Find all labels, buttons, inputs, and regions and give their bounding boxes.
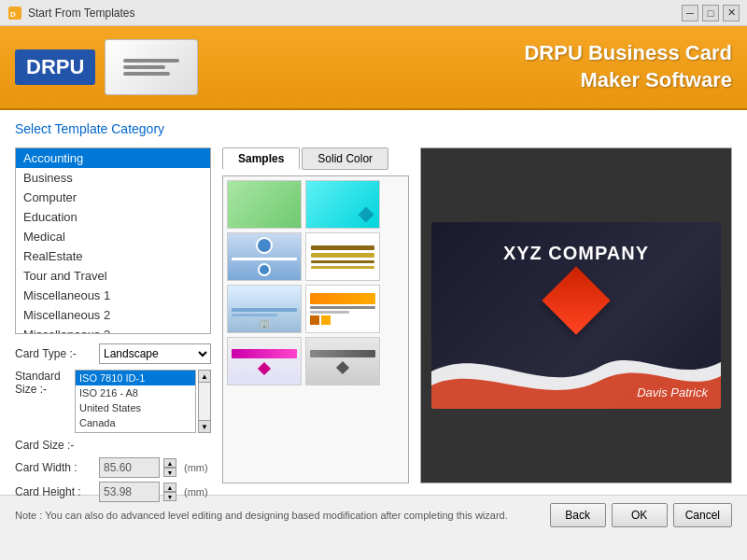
category-item-medical[interactable]: Medical bbox=[16, 227, 210, 246]
minimize-btn[interactable]: ─ bbox=[682, 5, 698, 21]
category-item-tour[interactable]: Tour and Travel bbox=[16, 266, 210, 286]
card-width-up[interactable]: ▲ bbox=[163, 458, 176, 468]
category-item-realestate[interactable]: RealEstate bbox=[16, 246, 210, 266]
category-item-accounting[interactable]: Accounting bbox=[16, 148, 210, 168]
logo-card-lines bbox=[123, 59, 179, 76]
std-item-iso216[interactable]: ISO 216 - A8 bbox=[76, 385, 195, 400]
card-height-down[interactable]: ▼ bbox=[163, 492, 176, 501]
category-item-business[interactable]: Business bbox=[16, 168, 210, 188]
category-item-misc3[interactable]: Miscellaneous 3 bbox=[16, 325, 210, 334]
std-item-canada[interactable]: Canada bbox=[76, 415, 195, 430]
title-bar: D Start From Templates ─ □ ✕ bbox=[0, 0, 747, 26]
category-list[interactable]: Accounting Business Computer Education M… bbox=[15, 147, 211, 334]
main-content: Select Template Category Accounting Busi… bbox=[0, 110, 747, 495]
preview-card: XYZ COMPANY Davis Patrick bbox=[431, 222, 721, 409]
std-scroll-down[interactable]: ▼ bbox=[198, 420, 211, 433]
card-size-label: Card Size :- bbox=[15, 439, 99, 452]
standard-size-label: Standard Size :- bbox=[15, 370, 75, 396]
section-title-highlight: Template Category bbox=[55, 121, 165, 136]
category-item-misc1[interactable]: Miscellaneous 1 bbox=[16, 286, 210, 305]
standard-size-scroll[interactable]: ▲ ▼ bbox=[198, 370, 211, 433]
tab-bar: Samples Solid Color bbox=[222, 147, 409, 170]
cancel-button[interactable]: Cancel bbox=[673, 503, 732, 527]
left-panel: Accounting Business Computer Education M… bbox=[15, 147, 211, 483]
standard-size-row: Standard Size :- ISO 7810 ID-1 ISO 216 -… bbox=[15, 370, 211, 433]
template-thumb-7[interactable] bbox=[227, 337, 302, 385]
card-width-unit: (mm) bbox=[184, 462, 208, 473]
template-row-2 bbox=[227, 232, 404, 281]
card-width-label: Card Width : bbox=[15, 461, 99, 474]
preview-panel: XYZ COMPANY Davis Patrick bbox=[420, 147, 732, 483]
logo-line-1 bbox=[123, 59, 179, 63]
template-thumb-8[interactable] bbox=[305, 337, 380, 385]
template-grid[interactable]: 🏢 bbox=[222, 175, 409, 483]
section-title-prefix: Select bbox=[15, 121, 55, 136]
card-height-row: Card Height : ▲ ▼ (mm) bbox=[15, 482, 211, 502]
card-size-row: Card Size :- bbox=[15, 439, 211, 452]
header: DRPU DRPU Business Card Maker Software bbox=[0, 26, 747, 110]
app-title-line1: DRPU Business Card bbox=[524, 40, 732, 67]
std-item-iso7810[interactable]: ISO 7810 ID-1 bbox=[76, 371, 195, 385]
card-height-unit: (mm) bbox=[184, 486, 208, 497]
card-type-row: Card Type :- Landscape Portrait bbox=[15, 343, 211, 364]
card-type-label: Card Type :- bbox=[15, 347, 99, 360]
app-title: DRPU Business Card Maker Software bbox=[524, 40, 732, 93]
svg-text:D: D bbox=[10, 10, 16, 19]
card-width-row: Card Width : ▲ ▼ (mm) bbox=[15, 457, 211, 478]
note-text: Note : You can also do advanced level ed… bbox=[15, 510, 508, 521]
window-title: Start From Templates bbox=[28, 7, 682, 20]
window-controls: ─ □ ✕ bbox=[682, 5, 740, 21]
logo-area: DRPU bbox=[15, 39, 198, 95]
category-item-misc2[interactable]: Miscellaneous 2 bbox=[16, 305, 210, 325]
template-row-3: 🏢 bbox=[227, 285, 404, 333]
std-scroll-up[interactable]: ▲ bbox=[198, 370, 211, 383]
middle-panel: Samples Solid Color bbox=[222, 147, 409, 483]
category-item-computer[interactable]: Computer bbox=[16, 188, 210, 207]
card-width-input-group: ▲ ▼ (mm) bbox=[99, 457, 208, 478]
logo-card-preview bbox=[105, 39, 198, 95]
template-thumb-5[interactable]: 🏢 bbox=[227, 285, 302, 333]
app-title-line2: Maker Software bbox=[524, 67, 732, 94]
preview-person-name: Davis Patrick bbox=[637, 385, 708, 399]
category-item-education[interactable]: Education bbox=[16, 207, 210, 227]
logo-text: DRPU bbox=[15, 49, 95, 85]
template-thumb-1[interactable] bbox=[227, 180, 302, 229]
card-height-input-group: ▲ ▼ (mm) bbox=[99, 482, 208, 502]
std-item-us[interactable]: United States bbox=[76, 400, 195, 415]
card-height-up[interactable]: ▲ bbox=[163, 483, 176, 492]
preview-company-name: XYZ COMPANY bbox=[503, 243, 649, 264]
template-thumb-6[interactable] bbox=[305, 285, 380, 333]
card-height-spinner: ▲ ▼ bbox=[163, 483, 176, 501]
logo-line-3 bbox=[123, 72, 170, 76]
logo-line-2 bbox=[123, 65, 165, 69]
back-button[interactable]: Back bbox=[550, 503, 606, 527]
template-thumb-4[interactable] bbox=[305, 232, 380, 281]
standard-size-list[interactable]: ISO 7810 ID-1 ISO 216 - A8 United States… bbox=[75, 370, 196, 433]
app-icon: D bbox=[7, 6, 22, 21]
card-height-input[interactable] bbox=[99, 482, 160, 502]
card-type-select[interactable]: Landscape Portrait bbox=[99, 343, 211, 364]
template-row-1 bbox=[227, 180, 404, 229]
card-width-down[interactable]: ▼ bbox=[163, 468, 176, 477]
action-buttons: Back OK Cancel bbox=[550, 503, 732, 527]
maximize-btn[interactable]: □ bbox=[702, 5, 719, 21]
card-height-label: Card Height : bbox=[15, 485, 99, 498]
tab-samples[interactable]: Samples bbox=[222, 147, 300, 170]
card-width-input[interactable] bbox=[99, 457, 160, 478]
standard-size-area: ISO 7810 ID-1 ISO 216 - A8 United States… bbox=[75, 370, 211, 433]
template-thumb-3[interactable] bbox=[227, 232, 302, 281]
tab-solid-color[interactable]: Solid Color bbox=[302, 147, 388, 170]
ok-button[interactable]: OK bbox=[612, 503, 668, 527]
template-thumb-2[interactable] bbox=[305, 180, 380, 229]
card-width-spinner: ▲ ▼ bbox=[163, 458, 176, 477]
std-scroll-track bbox=[198, 383, 211, 420]
close-btn[interactable]: ✕ bbox=[723, 5, 740, 21]
template-row-4 bbox=[227, 337, 404, 385]
section-title: Select Template Category bbox=[15, 121, 732, 136]
controls-section: Card Type :- Landscape Portrait Standard… bbox=[15, 343, 211, 502]
content-area: Accounting Business Computer Education M… bbox=[15, 147, 732, 483]
